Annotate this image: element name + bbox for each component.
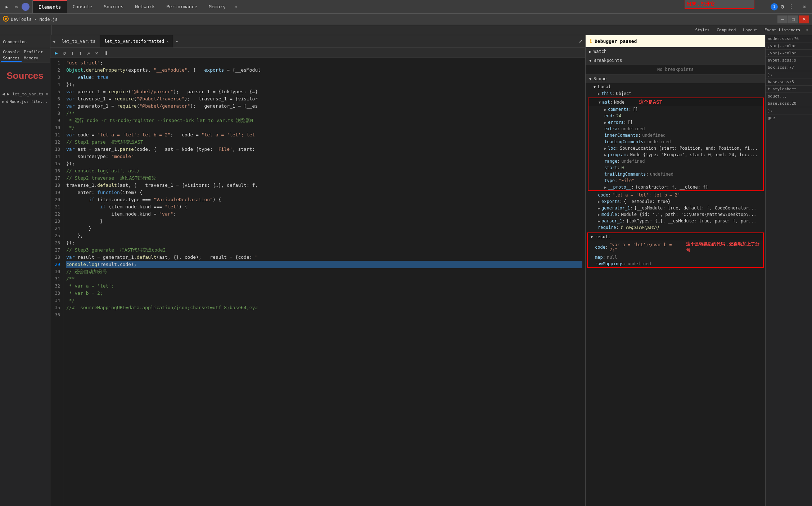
scope-item-module[interactable]: ▶ module:Module {id: '.', path: 'C:\User…	[586, 211, 765, 218]
more-right-tabs[interactable]: »	[804, 28, 811, 32]
sidebar-item-stylesheet: t stylesheet	[766, 86, 812, 93]
scope-item-leadingcomments: leadingComments:undefined	[588, 139, 763, 145]
debugger-paused-banner: ℹ Debugger paused	[586, 35, 765, 47]
source-tab-sources[interactable]: Sources	[1, 55, 22, 62]
close-tab-btn[interactable]: ✕	[166, 40, 168, 44]
tab-styles[interactable]: Styles	[692, 25, 713, 35]
code-editor: 1 2 3 4 5 6 7 8 9 10 11 12 13 14	[50, 58, 585, 506]
source-tab-profiler[interactable]: Profiler	[22, 49, 45, 55]
scope-header[interactable]: ▼ Scope	[586, 74, 765, 83]
editor-tab-formatted[interactable]: let_to_var.ts:formatted ✕	[100, 35, 173, 48]
file-tree: ◀ ▶ let_to_var.ts » ▶ ⚙ Node.js: file...	[0, 89, 50, 506]
forward-btn[interactable]: ▶	[6, 91, 10, 97]
scope-item-ast[interactable]: ▼ ast:Node 这个是AST	[588, 98, 763, 106]
minimize-btn[interactable]: ─	[777, 15, 788, 23]
scope-item-code: code:"let a = 'let'; let b = 2"	[586, 192, 765, 198]
sidebar-item-paren2: );	[766, 107, 812, 114]
debug-step-out-btn[interactable]: ↑	[77, 49, 83, 57]
result-item-map: map:null	[588, 254, 763, 261]
back-btn[interactable]: ◀	[1, 91, 5, 97]
tab-memory[interactable]: Memory	[203, 0, 231, 13]
code-lines: "use strict"; Object.defineProperty(expo…	[63, 58, 585, 506]
maximize-btn[interactable]: □	[788, 15, 798, 23]
device-icon[interactable]: ▭	[12, 3, 20, 11]
debug-deactivate-btn[interactable]: ✕	[94, 49, 99, 57]
local-header[interactable]: ▼ Local	[586, 83, 765, 90]
info-icon: ℹ	[590, 38, 592, 44]
editor-tab-let-to-var[interactable]: let_to_var.ts	[57, 35, 100, 48]
scope-item-errors[interactable]: ▶ errors:[]	[588, 119, 763, 126]
scope-item-require: require:f require(path)	[586, 224, 765, 231]
scope-item-parser1[interactable]: ▶ parser_1:{tokTypes: {…}, __esModule: t…	[586, 218, 765, 224]
scope-arrow-icon: ▼	[589, 77, 591, 81]
breakpoints-header[interactable]: ▼ Breakpoints	[586, 56, 765, 65]
cursor-icon[interactable]: ▶	[3, 3, 11, 11]
chat-badge[interactable]: 1	[771, 3, 778, 10]
scope-item-type: type:"File"	[588, 177, 763, 184]
scope-item-range: range:undefined	[588, 158, 763, 164]
tab-performance[interactable]: Performance	[161, 0, 203, 13]
close-window-btn[interactable]: ✕	[799, 15, 809, 23]
tab-sources[interactable]: Sources	[98, 0, 129, 13]
debug-step-over-btn[interactable]: ↺	[61, 49, 67, 57]
scope-item-proto[interactable]: ▶ __proto__:{constructor: f, __clone: f}	[588, 184, 763, 190]
scope-item-exports[interactable]: ▶ exports:{__esModule: true}	[586, 198, 765, 205]
result-item-code: code:"var a = 'let';\nvar b = 2;" 这个是转换后…	[588, 240, 763, 254]
right-sidebar: nodes.scss:76 ,var(--color ,var(--color …	[765, 35, 812, 506]
scope-item-trailingcomments: trailingComments:undefined	[588, 171, 763, 177]
debug-pause-btn[interactable]: ⏸	[102, 49, 110, 57]
sidebar-item-paren: );	[766, 71, 812, 78]
debug-resume-btn[interactable]: ▶	[53, 49, 59, 57]
local-section: ▼ Local ▶ this:Object ▼	[586, 83, 765, 231]
line-numbers: 1 2 3 4 5 6 7 8 9 10 11 12 13 14	[50, 58, 63, 506]
devtools-window-icon	[3, 16, 9, 23]
tab-computed[interactable]: Computed	[713, 25, 739, 35]
more-tabs-btn[interactable]: »	[231, 0, 240, 13]
editor-tab-nav-left[interactable]: ◀	[50, 35, 57, 48]
tab-layout[interactable]: Layout	[739, 25, 761, 35]
settings-icon[interactable]: ⚙	[779, 3, 786, 11]
result-item-rawmappings: rawMappings:undefined	[588, 261, 763, 267]
result-arrow-icon: ▼	[591, 235, 593, 239]
source-tab-connection[interactable]: Connection	[0, 35, 30, 48]
devtools-nav-tabs: Elements Console Sources Network Perform…	[33, 0, 768, 13]
tab-event-listeners[interactable]: Event Listeners	[761, 25, 804, 35]
source-tab-memory[interactable]: Memory	[22, 55, 40, 62]
scope-ast-section: ▼ ast:Node 这个是AST ▶ comments:[]	[588, 98, 764, 191]
debug-step-into-btn[interactable]: ↓	[69, 49, 75, 57]
scope-item-loc[interactable]: ▶ loc:SourceLocation {start: Position, e…	[588, 145, 763, 152]
result-header[interactable]: ▼ result	[588, 233, 763, 240]
more-nav-btn[interactable]: »	[46, 91, 49, 96]
scope-item-innercomments: innerComments:undefined	[588, 132, 763, 139]
sidebar-item-box: box.scss:77	[766, 64, 812, 71]
more-options-icon[interactable]: ⋮	[787, 3, 795, 11]
circle-icon[interactable]	[22, 3, 30, 11]
close-btn[interactable]: ✕	[800, 3, 809, 11]
file-tree-item[interactable]: ▶ ⚙ Node.js: file...	[0, 98, 50, 105]
sidebar-item-product: oduct...	[766, 93, 812, 100]
format-btn[interactable]: ⤢	[576, 35, 585, 48]
sources-title: Sources	[0, 63, 50, 89]
tab-network[interactable]: Network	[129, 0, 161, 13]
debug-step-btn[interactable]: ↗	[86, 49, 91, 57]
scope-item-end: end:24	[588, 113, 763, 119]
svg-point-1	[5, 18, 7, 20]
source-tab-console[interactable]: Console	[1, 49, 22, 55]
watch-header[interactable]: ▶ Watch	[586, 47, 765, 56]
tab-elements[interactable]: Elements	[33, 0, 67, 13]
sidebar-item-color1: ,var(--color	[766, 42, 812, 50]
scope-item-extra: extra:undefined	[588, 126, 763, 132]
main-container: ▶ ▭ Elements Console Sources Network Per…	[0, 0, 812, 506]
scope-item-generator1[interactable]: ▶ generator_1:{__esModule: true, default…	[586, 205, 765, 211]
sidebar-item-base1: base.scss:3	[766, 78, 812, 86]
sidebar-item-color2: ,var(--color	[766, 50, 812, 57]
breakpoints-content: No breakpoints	[586, 65, 765, 74]
scope-item-comments[interactable]: ▶ comments:[]	[588, 106, 763, 113]
tab-console[interactable]: Console	[67, 0, 98, 13]
scope-item-this[interactable]: ▶ this:Object	[586, 90, 765, 97]
editor-tab-nav-right[interactable]: »	[173, 35, 180, 48]
scope-section: ▼ Scope ▼ Local ▶ this:	[586, 74, 765, 231]
gear-icon: ⚙	[6, 99, 9, 104]
scope-item-program[interactable]: ▶ program:Node {type: 'Program', start: …	[588, 152, 763, 158]
local-arrow-icon: ▼	[594, 85, 596, 89]
